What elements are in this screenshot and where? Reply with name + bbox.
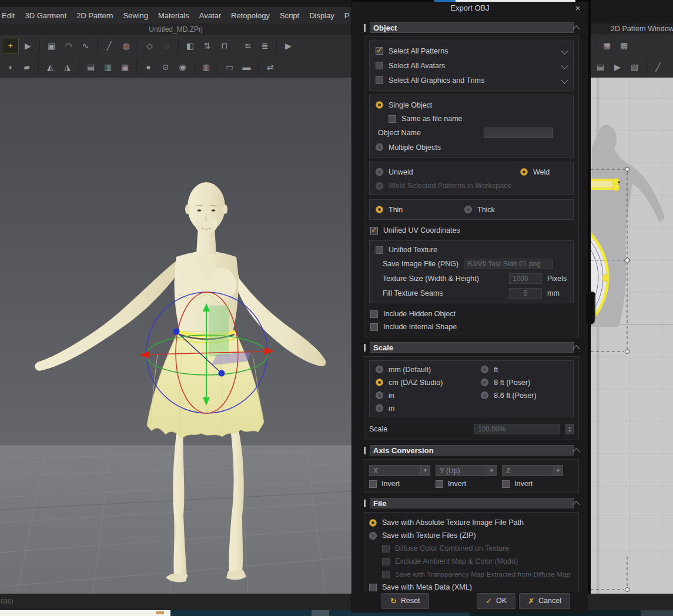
unit-mm-radio[interactable] [376,366,383,373]
unweld-radio[interactable] [376,168,383,176]
unit-m-radio[interactable] [376,404,383,412]
chevron-down-icon[interactable] [561,62,568,69]
abs-path-radio[interactable] [369,519,377,527]
pen-garment-tool[interactable]: ▰ [19,59,35,75]
menu-item[interactable]: Materials [158,11,189,20]
invert-z-checkbox[interactable] [502,480,510,488]
axis-y-select[interactable]: Y (Up) ▼ [436,465,497,476]
lasso-pattern-tool[interactable]: ◌ [159,38,175,53]
select-all-patterns-checkbox[interactable] [376,47,383,55]
viewport-3d[interactable] [0,78,351,594]
texture-garment-tool[interactable]: ▦ [117,59,133,75]
dropdown-arrow-icon[interactable]: ▼ [553,466,562,476]
menu-item[interactable]: P [344,11,350,20]
avatar-circumference-tool[interactable]: ≣ [257,38,273,53]
fold-measure-tool[interactable]: ⇄ [262,59,278,75]
invert-y-row[interactable]: Invert [436,480,502,488]
same-as-file-checkbox[interactable] [389,115,396,123]
thick-radio[interactable] [464,206,472,213]
multiple-objects-row[interactable]: Multiple Objects [376,140,567,155]
unit-ft8-radio[interactable] [481,379,488,386]
menu-item[interactable]: Edit [2,11,15,20]
menu-item[interactable]: Retopology [231,11,270,20]
section-header-axis[interactable]: Axis Conversion [364,444,579,457]
chevron-down-icon[interactable] [561,76,568,84]
pattern-grid-tool[interactable]: ▩ [616,38,632,53]
dropdown-arrow-icon[interactable]: ▼ [420,466,430,476]
menu-item[interactable]: Display [309,11,334,20]
select-all-avatars-row[interactable]: Select All Avatars [376,58,567,73]
avatar-tape-tool[interactable]: ≋ [240,38,256,53]
select-move-tool[interactable]: ▶ [20,38,36,53]
invert-z-row[interactable]: Invert [502,480,568,488]
dropdown-arrow-icon[interactable]: ▼ [487,466,496,476]
include-internal-checkbox[interactable] [370,323,378,331]
menu-item[interactable]: Sewing [123,11,148,20]
zip-row[interactable]: Save with Texture Files (ZIP) [369,529,574,542]
single-object-radio[interactable] [376,101,383,109]
unit-m-row[interactable]: m [376,402,481,414]
collapse-icon[interactable] [572,448,580,456]
pin-tool[interactable]: ╱ [101,38,117,53]
sculpt-brush-tool[interactable]: ◮ [59,59,75,75]
select-pattern-tool[interactable]: ◇ [142,38,158,53]
unit-in-row[interactable]: in [376,389,481,401]
multiple-objects-radio[interactable] [376,143,383,151]
sewing-machine-tool[interactable]: ▣ [43,38,59,53]
collapse-icon[interactable] [572,25,580,33]
unified-texture-checkbox[interactable] [376,246,383,254]
select-all-avatars-checkbox[interactable] [376,62,383,69]
axis-x-select[interactable]: X ▼ [369,465,430,476]
free-sewing-tool[interactable]: ∿ [78,38,93,53]
select-all-graphics-row[interactable]: Select All Graphics and Trims [376,73,567,88]
invert-x-row[interactable]: Invert [369,480,436,488]
sew-2d-tool[interactable]: ╱ [650,59,666,75]
ok-button[interactable]: ✓ OK [477,593,515,609]
selection-handle-bottom-right[interactable] [625,350,630,354]
selection-handle-2[interactable] [625,588,630,592]
section-header-object[interactable]: Object [364,21,579,34]
chevron-down-icon[interactable] [561,47,568,55]
texture-checker-tool[interactable]: ▧ [627,59,642,75]
menu-item[interactable]: 3D Garment [25,11,66,20]
meta-row[interactable]: Save with Meta Data (XML) [369,581,574,591]
pattern-2d-workspace[interactable] [591,78,673,594]
zip-radio[interactable] [369,532,377,540]
invert-x-checkbox[interactable] [369,480,377,488]
zipper-tool[interactable]: ▥ [198,59,214,75]
collapse-icon[interactable] [572,501,580,508]
hanger-tool[interactable]: ⊓ [216,38,232,53]
axis-z-select[interactable]: Z ▼ [502,465,563,476]
fabric-roll-tool[interactable]: ▤ [83,59,99,75]
include-internal-row[interactable]: Include Internal Shape [369,320,574,333]
button-tool[interactable]: ● [140,59,156,75]
unit-ft-row[interactable]: ft [481,363,567,376]
gizmo-handle-2[interactable] [219,370,225,377]
waistband-pattern-piece[interactable] [591,178,620,191]
unit-ft-radio[interactable] [481,366,488,373]
gizmo-handle-1[interactable] [173,329,180,335]
arrange-garment-tool[interactable]: ⇅ [199,38,215,53]
scale-spinner[interactable]: ▲▼ [565,424,574,434]
select-all-patterns-row[interactable]: Select All Patterns [376,43,567,58]
pattern-outline-tool[interactable]: ▦ [599,38,615,53]
section-header-scale[interactable]: Scale [364,341,579,354]
edit-sculpt-tool[interactable]: ◭ [42,59,58,75]
skirt-pattern-point[interactable] [602,274,610,282]
gizmo-plane-green[interactable] [209,306,229,356]
menu-item[interactable]: Avatar [199,11,221,20]
collapse-icon[interactable] [572,345,580,353]
weld-radio[interactable] [520,168,528,176]
cancel-button[interactable]: ✗ Cancel [519,593,570,609]
move-gizmo-tool[interactable]: ＋ [2,38,19,54]
reset-button[interactable]: ↻ Reset [381,593,429,609]
section-header-file[interactable]: File [364,497,579,510]
menu-item[interactable]: 2D Pattern [76,11,113,20]
selection-handle-top-right[interactable] [625,168,630,172]
unit-ft8-row[interactable]: 8 ft (Poser) [481,376,567,389]
unified-uv-checkbox[interactable] [370,227,378,235]
fold-arrangement-tool[interactable]: ◧ [182,38,198,53]
thin-radio[interactable] [376,206,383,213]
unit-ft86-row[interactable]: 8.6 ft (Poser) [481,389,567,401]
more-arrange-tool[interactable]: ▶ [280,38,296,53]
